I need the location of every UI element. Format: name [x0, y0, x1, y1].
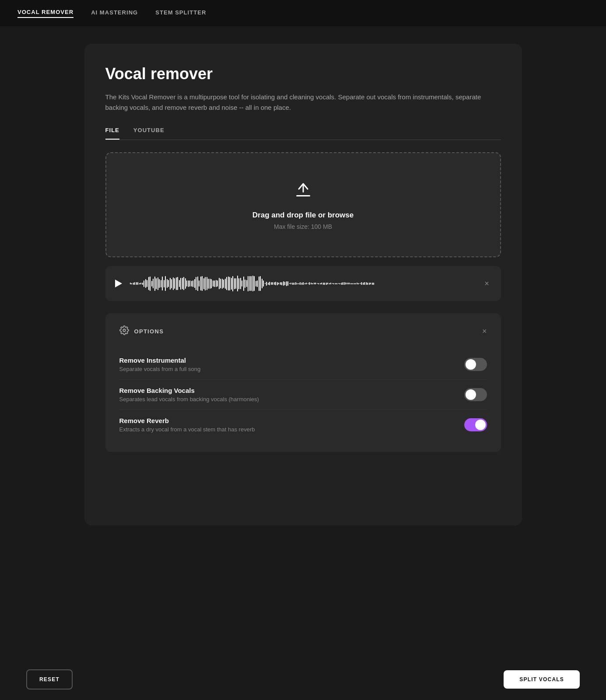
- options-close-button[interactable]: ×: [482, 327, 487, 336]
- option-desc-instrumental: Separate vocals from a full song: [119, 366, 201, 372]
- waveform-player: ×: [105, 266, 501, 301]
- option-text-backing-vocals: Remove Backing Vocals Separates lead voc…: [119, 387, 259, 402]
- toggle-instrumental[interactable]: [464, 358, 487, 371]
- upload-dropzone[interactable]: Drag and drop file or browse Max file si…: [105, 152, 501, 257]
- page-wrapper: Vocal remover The Kits Vocal Remover is …: [0, 26, 606, 543]
- reset-button[interactable]: Reset: [26, 669, 73, 690]
- options-header: Options ×: [119, 326, 487, 337]
- waveform-close-button[interactable]: ×: [482, 278, 492, 289]
- svg-rect-0: [296, 195, 310, 196]
- option-row-backing-vocals: Remove Backing Vocals Separates lead voc…: [119, 380, 487, 410]
- options-label: Options: [134, 328, 164, 335]
- main-card: Vocal remover The Kits Vocal Remover is …: [84, 44, 522, 525]
- option-row-reverb: Remove Reverb Extracts a dry vocal from …: [119, 410, 487, 440]
- play-icon: [115, 280, 122, 287]
- page-title: Vocal remover: [105, 65, 501, 83]
- upload-subtitle: Max file size: 100 MB: [274, 223, 332, 230]
- toggle-reverb[interactable]: [464, 418, 487, 431]
- waveform-display: [130, 274, 475, 293]
- option-name-backing-vocals: Remove Backing Vocals: [119, 387, 259, 394]
- options-title-row: Options: [119, 326, 164, 337]
- toggle-slider-backing-vocals: [464, 388, 487, 401]
- top-navigation: Vocal Remover AI Mastering Stem Splitter: [0, 0, 606, 26]
- play-button[interactable]: [114, 279, 123, 288]
- option-desc-backing-vocals: Separates lead vocals from backing vocal…: [119, 396, 259, 402]
- toggle-slider-reverb: [464, 418, 487, 431]
- upload-icon: [293, 179, 314, 202]
- toggle-slider-instrumental: [464, 358, 487, 371]
- option-name-instrumental: Remove Instrumental: [119, 357, 201, 364]
- page-description: The Kits Vocal Remover is a multipurpose…: [105, 92, 501, 113]
- tab-youtube[interactable]: YouTube: [133, 127, 165, 140]
- file-tabs: File YouTube: [105, 127, 501, 140]
- nav-item-stem-splitter[interactable]: Stem Splitter: [155, 9, 206, 18]
- option-text-reverb: Remove Reverb Extracts a dry vocal from …: [119, 417, 255, 433]
- options-panel: Options × Remove Instrumental Separate v…: [105, 313, 501, 452]
- gear-icon: [119, 326, 129, 337]
- upload-title: Drag and drop file or browse: [252, 211, 354, 220]
- option-row-instrumental: Remove Instrumental Separate vocals from…: [119, 350, 487, 380]
- split-vocals-button[interactable]: Split Vocals: [504, 670, 580, 689]
- nav-item-vocal-remover[interactable]: Vocal Remover: [18, 9, 74, 18]
- option-text-instrumental: Remove Instrumental Separate vocals from…: [119, 357, 201, 372]
- nav-item-ai-mastering[interactable]: AI Mastering: [91, 9, 138, 18]
- footer: Reset Split Vocals: [0, 659, 606, 700]
- tab-file[interactable]: File: [105, 127, 119, 140]
- toggle-backing-vocals[interactable]: [464, 388, 487, 401]
- option-desc-reverb: Extracts a dry vocal from a vocal stem t…: [119, 426, 255, 433]
- svg-point-2: [123, 329, 126, 332]
- option-name-reverb: Remove Reverb: [119, 417, 255, 424]
